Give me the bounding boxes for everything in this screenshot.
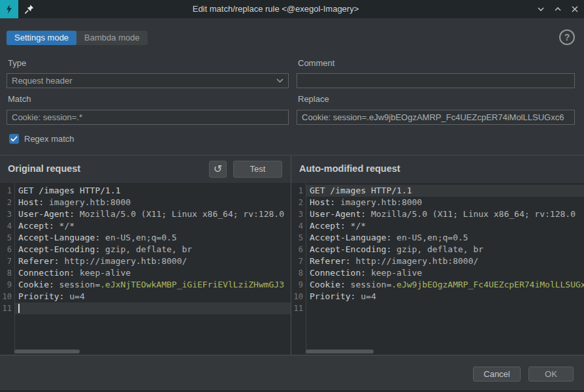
code-line[interactable]: User-Agent: Mozilla/5.0 (X11; Linux x86_… (306, 208, 584, 220)
line-number: 7 (0, 255, 12, 267)
line-number: 8 (291, 267, 303, 279)
replace-input[interactable] (297, 110, 575, 125)
line-number: 2 (0, 197, 12, 208)
chevron-up-icon[interactable] (552, 4, 563, 15)
dialog-title: Edit match/replace rule <@exegol-Imagery… (39, 0, 512, 18)
match-input[interactable] (7, 110, 289, 125)
line-number: 3 (291, 208, 303, 220)
line-number: 9 (0, 279, 12, 291)
horizontal-scrollbar[interactable] (306, 350, 374, 353)
original-code[interactable]: GET /images HTTP/1.1Host: imagery.htb:80… (15, 185, 291, 348)
line-number: 11 (0, 302, 12, 314)
tab-bambda-mode[interactable]: Bambda mode (76, 31, 148, 45)
original-request-editor[interactable]: 1234567891011 GET /images HTTP/1.1Host: … (0, 183, 291, 355)
line-number: 6 (0, 244, 12, 255)
tab-settings-mode[interactable]: Settings mode (7, 31, 76, 45)
code-line[interactable]: Cookie: session=.eJw9jbEOgzAMRP_Fc4UEZcp… (306, 279, 584, 291)
window-controls (535, 0, 580, 18)
replace-label: Replace (298, 94, 329, 104)
code-line[interactable]: Connection: keep-alive (15, 267, 291, 279)
code-line[interactable]: Accept: */* (15, 220, 291, 232)
code-line[interactable] (15, 302, 291, 314)
line-number: 1 (291, 185, 303, 197)
code-line[interactable]: Referer: http://imagery.htb:8000/ (15, 255, 291, 267)
modified-request-editor[interactable]: 1234567891011 GET /images HTTP/1.1Host: … (291, 183, 584, 355)
line-number: 11 (291, 302, 303, 314)
mode-tabs: Settings mode Bambda mode (7, 31, 148, 45)
line-number: 2 (291, 197, 303, 208)
modified-gutter: 1234567891011 (291, 185, 303, 314)
original-request-header: Original request ↺ Test (0, 155, 291, 184)
text-cursor (18, 304, 20, 313)
line-number: 1 (0, 185, 12, 197)
line-number: 5 (0, 232, 12, 244)
line-number: 9 (291, 279, 303, 291)
code-line[interactable]: User-Agent: Mozilla/5.0 (X11; Linux x86_… (15, 208, 291, 220)
line-number: 3 (0, 208, 12, 220)
regex-checkbox-label: Regex match (24, 134, 74, 144)
match-label: Match (8, 94, 31, 104)
regex-checkbox[interactable] (9, 134, 19, 144)
line-number: 4 (0, 220, 12, 232)
code-line[interactable]: Host: imagery.htb:8000 (15, 197, 291, 208)
code-line[interactable]: Referer: http://imagery.htb:8000/ (306, 255, 584, 267)
test-button[interactable]: Test (233, 161, 282, 178)
line-number: 5 (291, 232, 303, 244)
modified-code[interactable]: GET /images HTTP/1.1Host: imagery.htb:80… (306, 185, 584, 348)
ok-button[interactable]: OK (528, 367, 574, 382)
line-number: 10 (0, 291, 12, 302)
line-number: 8 (0, 267, 12, 279)
code-line[interactable]: Accept-Language: en-US,en;q=0.5 (306, 232, 584, 244)
code-line[interactable]: Host: imagery.htb:8000 (306, 197, 584, 208)
code-line[interactable]: Accept-Encoding: gzip, deflate, br (15, 244, 291, 255)
code-line[interactable]: Priority: u=4 (15, 291, 291, 302)
line-number: 10 (291, 291, 303, 302)
code-line[interactable]: Accept: */* (306, 220, 584, 232)
type-label: Type (8, 58, 26, 68)
help-button[interactable]: ? (559, 29, 575, 45)
chevron-down-icon[interactable] (535, 4, 546, 15)
code-line[interactable]: Connection: keep-alive (306, 267, 584, 279)
code-line[interactable]: Accept-Encoding: gzip, deflate, br (306, 244, 584, 255)
line-number: 4 (291, 220, 303, 232)
chevron-down-icon (276, 78, 284, 83)
check-icon (10, 136, 18, 142)
code-line[interactable]: GET /images HTTP/1.1 (306, 185, 584, 197)
code-line[interactable]: Cookie: session=.eJxNjTEOwkAMBP_iGiEFriE… (15, 279, 291, 291)
modified-request-panel: Auto-modified request 1234567891011 GET … (291, 155, 584, 355)
close-icon[interactable] (569, 4, 580, 15)
original-request-title: Original request (8, 163, 80, 174)
comment-label: Comment (298, 58, 334, 68)
code-line[interactable] (306, 302, 584, 314)
code-line[interactable]: Accept-Language: en-US,en;q=0.5 (15, 232, 291, 244)
modified-request-title: Auto-modified request (299, 163, 400, 174)
refresh-button[interactable]: ↺ (209, 161, 227, 178)
line-number: 6 (291, 244, 303, 255)
regex-match-row: Regex match (9, 133, 74, 144)
comment-input[interactable] (297, 73, 575, 88)
horizontal-scrollbar[interactable] (14, 350, 80, 353)
cancel-button[interactable]: Cancel (473, 367, 521, 382)
lightning-icon (0, 0, 18, 18)
original-request-panel: Original request ↺ Test 1234567891011 GE… (0, 155, 291, 355)
pin-icon[interactable] (24, 3, 35, 15)
dialog-footer: Cancel OK (0, 355, 584, 391)
type-select[interactable]: Request header (7, 73, 289, 88)
line-number: 7 (291, 255, 303, 267)
code-line[interactable]: Priority: u=4 (306, 291, 584, 302)
code-line[interactable]: GET /images HTTP/1.1 (15, 185, 291, 197)
request-panels: Original request ↺ Test 1234567891011 GE… (0, 155, 584, 355)
modified-request-header: Auto-modified request (291, 155, 584, 184)
titlebar: Edit match/replace rule <@exegol-Imagery… (0, 0, 584, 18)
type-select-value: Request header (12, 76, 73, 86)
original-gutter: 1234567891011 (0, 185, 12, 314)
